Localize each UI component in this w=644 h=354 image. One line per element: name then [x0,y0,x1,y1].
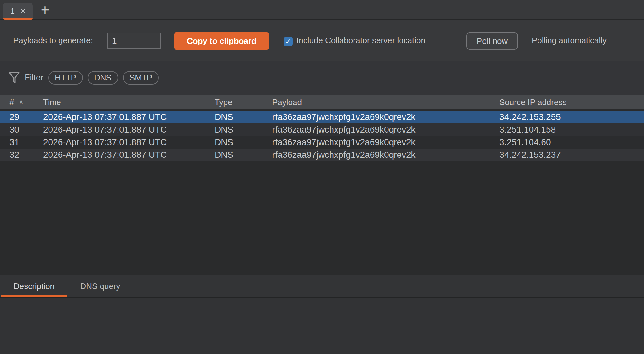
column-header-time[interactable]: Time [40,95,211,109]
cell-type: DNS [211,123,269,136]
cell-number: 31 [0,136,40,149]
include-server-location-checkbox[interactable]: ✓ [284,37,293,46]
sort-ascending-icon: ∧ [19,98,23,106]
toolbar-divider [453,32,453,50]
table-row-selected[interactable]: 29 2026-Apr-13 07:37:01.887 UTC DNS rfa3… [0,111,644,123]
tab-1[interactable]: 1 ✕ [3,3,33,20]
cell-time: 2026-Apr-13 07:37:01.887 UTC [40,111,211,123]
new-tab-button[interactable]: + [37,2,53,18]
column-header-payload[interactable]: Payload [269,95,496,109]
cell-time: 2026-Apr-13 07:37:01.887 UTC [40,149,211,161]
close-tab-icon[interactable]: ✕ [20,7,26,15]
polling-status-label: Polling automatically [532,20,607,61]
filter-pill-dns[interactable]: DNS [88,71,118,85]
cell-time: 2026-Apr-13 07:37:01.887 UTC [40,136,211,149]
copy-to-clipboard-button[interactable]: Copy to clipboard [174,32,269,50]
tab-1-label: 1 [10,6,14,16]
tab-bar: 1 ✕ + [0,0,644,20]
cell-payload: rfa36zaa97jwchxpfg1v2a69k0qrev2k [269,111,496,123]
poll-now-button[interactable]: Poll now [466,32,518,50]
table-row[interactable]: 32 2026-Apr-13 07:37:01.887 UTC DNS rfa3… [0,149,644,161]
column-header-number[interactable]: # ∧ [0,95,40,109]
collaborator-toolbar: Payloads to generate: Copy to clipboard … [0,20,644,61]
filter-bar: Filter HTTP DNS SMTP [0,61,644,95]
cell-source-ip: 3.251.104.60 [496,136,644,149]
cell-payload: rfa36zaa97jwchxpfg1v2a69k0qrev2k [269,123,496,136]
cell-payload: rfa36zaa97jwchxpfg1v2a69k0qrev2k [269,136,496,149]
cell-source-ip: 34.242.153.255 [496,111,644,123]
active-tab-underline [3,18,33,20]
filter-pill-smtp[interactable]: SMTP [123,71,159,85]
cell-number: 29 [0,111,40,123]
table-row[interactable]: 30 2026-Apr-13 07:37:01.887 UTC DNS rfa3… [0,123,644,136]
table-body: 29 2026-Apr-13 07:37:01.887 UTC DNS rfa3… [0,111,644,161]
cell-source-ip: 3.251.104.158 [496,123,644,136]
cell-source-ip: 34.242.153.237 [496,149,644,161]
filter-pill-http[interactable]: HTTP [48,71,83,85]
active-detail-tab-underline [1,295,67,297]
checkmark-icon: ✓ [285,38,291,46]
include-server-location-label[interactable]: Include Collaborator server location [296,20,425,61]
description-panel: The Collaborator server received a DNS l… [0,298,644,354]
filter-funnel-icon [9,72,20,84]
cell-type: DNS [211,136,269,149]
cell-number: 30 [0,123,40,136]
table-row[interactable]: 31 2026-Apr-13 07:37:01.887 UTC DNS rfa3… [0,136,644,149]
cell-type: DNS [211,111,269,123]
column-header-source-ip[interactable]: Source IP address [496,95,644,109]
tab-description[interactable]: Description [1,275,67,297]
table-header: # ∧ Time Type Payload Source IP address [0,95,644,109]
payloads-to-generate-label: Payloads to generate: [13,20,93,61]
cell-number: 32 [0,149,40,161]
cell-time: 2026-Apr-13 07:37:01.887 UTC [40,123,211,136]
filter-label: Filter [25,73,43,83]
payloads-count-input[interactable] [107,33,161,49]
cell-type: DNS [211,149,269,161]
column-header-type[interactable]: Type [211,95,269,109]
cell-payload: rfa36zaa97jwchxpfg1v2a69k0qrev2k [269,149,496,161]
detail-tab-bar: Description DNS query [0,275,644,298]
tab-dns-query[interactable]: DNS query [67,275,133,297]
